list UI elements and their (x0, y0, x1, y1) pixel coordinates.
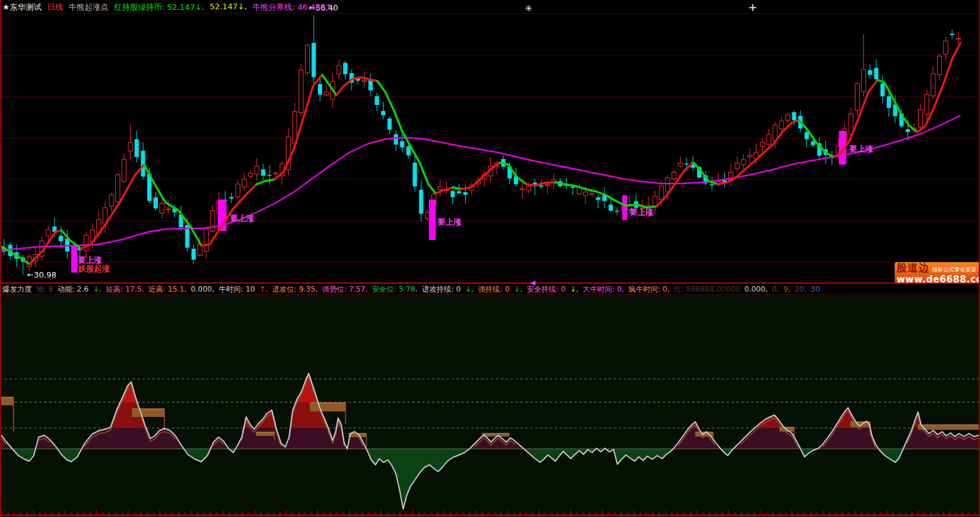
indicator-segment-14: 强持续: 0 (478, 284, 510, 295)
watermark-ad[interactable]: 股道边 指标公式量化资源 www.de6688.com (895, 262, 980, 283)
indicator-segment-3: ↓, (93, 285, 101, 293)
indicator-segment-18: 大牛时间: 0, (583, 284, 624, 295)
indicator-segment-23: 9, (784, 285, 790, 293)
indicator-segment-21: 0.000, (744, 285, 768, 293)
left-border (0, 0, 1, 517)
header-segment-3: 红持股绿持币: 52.147↓, (114, 2, 204, 13)
indicator-segment-11: 安全位: 5.78, (372, 284, 417, 295)
indicator-segment-25: 30 (811, 285, 820, 293)
header-segment-0: ★东华测试 (2, 2, 42, 13)
indicator-segment-12: 进攻持续: 0 (422, 284, 461, 295)
gridlines-layer (0, 14, 980, 262)
threshold-dashed-lines (0, 379, 980, 428)
indicator-segment-8: ↑, (259, 285, 268, 293)
indicator-segment-4: 短高: 17.5, (106, 284, 144, 295)
main-candlestick-chart[interactable] (0, 0, 980, 283)
header-segment-1: 日线 (47, 2, 63, 13)
header-segment-4: 52.147↓, (210, 2, 247, 13)
low-price-label: ←30.98 (27, 271, 56, 279)
signal-label-3: 要上涨 (438, 218, 461, 226)
main-chart-header: ★东华测试日线牛熊起涨点红持股绿持币: 52.147↓,52.147↓,牛熊分界… (2, 2, 980, 13)
watermark-brand: 股道边 (897, 261, 930, 275)
signal-label-5: 要上涨 (849, 145, 873, 153)
bottom-axis (0, 510, 980, 515)
indicator-segment-19: 疯牛时间: 0, (628, 284, 669, 295)
indicator-segment-24: 20, (795, 285, 806, 293)
indicator-segment-13: ↓, (465, 285, 474, 293)
signal-label-2: 要上涨 (230, 214, 254, 222)
indicator-segment-1: 地: 8 (36, 284, 53, 295)
indicator-segment-5: 近高: 15.1, (149, 284, 187, 295)
watermark-url: www.de6688.com (897, 274, 980, 285)
indicator-segment-2: 动能: 2.6 (58, 284, 89, 295)
indicator-segment-0: 爆发力度 (2, 284, 32, 295)
indicator-segment-10: 强势位: 7.57, (322, 284, 368, 295)
watermark-tagline: 指标公式量化资源 (932, 266, 976, 274)
indicator-segment-20: 性: 888888.00000 (674, 284, 740, 295)
candlestick-series (2, 15, 960, 274)
trading-terminal-screen: ★东华测试日线牛熊起涨点红持股绿持币: 52.147↓,52.147↓,牛熊分界… (0, 0, 980, 517)
indicator-segment-15: ↓, (514, 285, 522, 293)
indicator-segment-16: 安全持续: 0 (527, 284, 566, 295)
signal-label-0: 要上涨 (78, 256, 102, 264)
sub-indicator-header: 爆发力度地: 8动能: 2.6↓,短高: 17.5,近高: 15.1,0.000… (2, 284, 980, 294)
indicator-segment-7: 牛时间: 10 (218, 284, 255, 295)
signal-label-1: 妖股起涨 (78, 265, 110, 273)
indicator-segment-22: 0, (772, 285, 779, 293)
header-segment-2: 牛熊起涨点 (69, 2, 109, 13)
header-segment-5: 牛熊分界线: 46.488↑, (252, 2, 334, 13)
indicator-segment-17: ↓, (570, 285, 579, 293)
signal-label-4: 要上涨 (630, 208, 654, 216)
indicator-segment-9: 进攻位: 9.35, (272, 284, 317, 295)
sub-indicator-chart[interactable] (0, 295, 980, 517)
indicator-segment-6: 0.000, (191, 285, 214, 293)
